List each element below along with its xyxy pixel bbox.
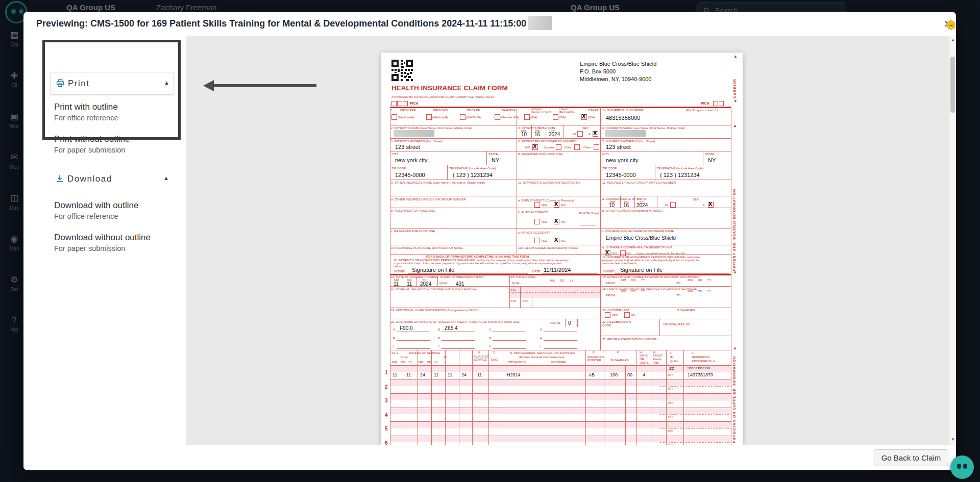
h24-dos: DATE(S) OF SERVICE: [409, 351, 440, 355]
f12-signature-value: Signature on File: [412, 267, 454, 273]
f17-label: 17. NAME OF REFERRING PROVIDER OR OTHER …: [391, 287, 477, 291]
f13-signature-value: Signature on File: [620, 267, 663, 273]
f11a-sex-label: SEX: [693, 198, 699, 201]
f20-label: 20. OUTSIDE LAB?: [602, 309, 629, 312]
f11a-female-checked: X: [708, 201, 712, 207]
carrier-arrow-icon: ▲: [733, 55, 738, 59]
band-arrow-icon: ▼: [733, 271, 737, 275]
notification-badge: [946, 20, 955, 30]
f16-to-label: TO: [676, 282, 680, 285]
scrollbar-thumb[interactable]: [950, 57, 955, 113]
carrier-band: CARRIER: [733, 62, 737, 98]
svc1-from-dd: 11: [406, 372, 411, 377]
download-without-outline-option[interactable]: Download without outline: [54, 233, 151, 243]
scroll-up-icon[interactable]: ▲: [949, 38, 956, 42]
f9b-label: b. RESERVED FOR NUCC USE: [391, 209, 435, 213]
f11a-female-label: F: [703, 204, 705, 207]
f4-label: 4. INSURED'S NAME (Last Name, First Name…: [602, 126, 685, 130]
scroll-down-icon[interactable]: ▼: [949, 437, 956, 442]
f1-medicaid-sub: (Medicaid#): [432, 116, 448, 119]
h24-to: To: [444, 356, 447, 359]
f11d-note: If yes, complete items 9, 9a, and 9d.: [636, 252, 685, 255]
preview-scrollbar[interactable]: ▲ ▼: [949, 36, 956, 445]
f18-from-label: FROM: [606, 294, 615, 297]
download-section-header[interactable]: Download ▲: [50, 168, 174, 191]
patient-state-label: STATE: [488, 153, 498, 156]
svc-line-6: 6: [385, 440, 388, 445]
f22-label: 22. RESUBMISSION CODE: [602, 320, 631, 327]
f1-group-sub: (ID#): [530, 116, 537, 119]
svc1-npi-label: NPI: [668, 373, 673, 377]
f11b-label: b. OTHER CLAIM ID (Designated by NUCC): [602, 209, 663, 213]
insured-city-label: CITY: [602, 153, 609, 156]
f15-qual-label: QUAL.: [512, 282, 521, 285]
svc3-npi-label: NPI: [668, 401, 673, 405]
f6-self-checked: X: [533, 144, 536, 149]
chevron-up-icon[interactable]: ▲: [163, 175, 169, 181]
svc1-units: 4: [643, 372, 645, 377]
svc-line-4: 4: [385, 412, 388, 418]
f3-dd-value: 16: [534, 132, 540, 137]
f16-label: 16. DATES PATIENT UNABLE TO WORK IN CURR…: [602, 275, 700, 278]
svc-line-2: 2: [385, 384, 388, 390]
f1-group: GROUP HEALTH PLAN: [531, 107, 552, 113]
go-back-to-claim-button[interactable]: Go Back to Claim: [874, 449, 948, 466]
h24-j: J. RENDERING PROVIDER ID. #: [692, 351, 715, 363]
h24-cpt: CPT/HCPCS: [508, 361, 526, 364]
f10b-label: b. AUTO ACCIDENT?: [518, 211, 548, 214]
f15-mdy: MM DD YY: [550, 279, 574, 282]
f10a-no-label: NO: [561, 204, 566, 207]
download-with-outline-option[interactable]: Download with outline: [54, 200, 138, 211]
svc1-charges-cents: 00: [627, 372, 632, 377]
f1-medicare-sub: (Medicare#): [398, 116, 414, 119]
svc1-from-yy: 24: [420, 372, 425, 377]
f19-label: 19. ADDITIONAL CLAIM INFORMATION (Design…: [391, 309, 479, 312]
f11c-value: Empire Blue Cross/Blue Shield: [606, 235, 676, 241]
chat-widget-button[interactable]: [950, 455, 974, 479]
f1-feca-sub: (ID#): [559, 116, 566, 119]
f21-a-label: A.: [393, 328, 396, 332]
f8-label: 8. RESERVED FOR NUCC USE: [518, 153, 562, 156]
h24-a: 24. A.: [391, 351, 399, 355]
form-title: HEALTH INSURANCE CLAIM FORM: [391, 84, 508, 92]
f1a-value: 48315358000: [606, 115, 640, 121]
print-without-outline-subtitle: For paper submission: [54, 146, 125, 154]
h24-g: G. DAYS OR UNITS: [640, 350, 649, 365]
qr-code: [391, 60, 413, 81]
patient-zip-value: 12345-0000: [395, 172, 425, 178]
f1-feca: FECA BLK LUNG: [559, 107, 575, 113]
f1-champva-sub: (Member ID#): [500, 116, 519, 119]
f11d-yes-label: YES: [611, 252, 617, 255]
f5-value: 123 street: [395, 144, 420, 150]
svc1-to-dd: 11: [448, 372, 452, 377]
f21-i-label: I.: [393, 345, 395, 348]
f5-label: 5. PATIENT'S ADDRESS (No., Street): [391, 140, 443, 143]
f12-date-value: 11/11/2024: [544, 267, 571, 273]
modal-footer: Go Back to Claim: [23, 445, 956, 470]
svc1-npi-value: 1437361870: [688, 372, 713, 377]
f21-a-value: F90.0: [400, 325, 413, 331]
f13-signed-label: SIGNED: [603, 270, 615, 273]
payer-city-state-zip: Middletown, NY, 10940-9000: [580, 76, 651, 82]
f10a-label: a. EMPLOYMENT? (Current or Previous): [518, 199, 574, 202]
h24-e: E.: [593, 351, 596, 354]
insured-phone-label: TELEPHONE (Include Area Code): [657, 167, 703, 170]
f20-charges-label: $ CHARGES: [677, 309, 695, 312]
annotation-arrow: [208, 84, 316, 87]
h24-from: From: [401, 356, 408, 359]
pica-label-right: PICA: [701, 102, 709, 106]
f1-medicaid: MEDICAID: [433, 109, 448, 112]
f21-c-label: C.: [489, 328, 492, 332]
svc1-cpt: H2014: [507, 372, 521, 377]
f21-icd-label: ICD Ind.: [550, 321, 561, 325]
f11a-dd-value: 16: [623, 202, 629, 208]
f12-signed-label: SIGNED: [394, 270, 405, 273]
f9-label: 9. OTHER INSURED'S NAME (Last Name, Firs…: [391, 181, 485, 185]
f10c-no-label: NO: [561, 239, 566, 243]
f11d-yes-checked: X: [605, 250, 609, 256]
h24-pos: PLACE OF SERVICE: [474, 355, 489, 361]
f18-mdy: MM DD YY: [621, 290, 645, 293]
f16-from-label: FROM: [606, 282, 615, 285]
svc1-id-qual: ZZ: [669, 366, 674, 371]
f18-label: 18. HOSPITALIZATION DATES RELATED TO CUR…: [602, 287, 697, 290]
